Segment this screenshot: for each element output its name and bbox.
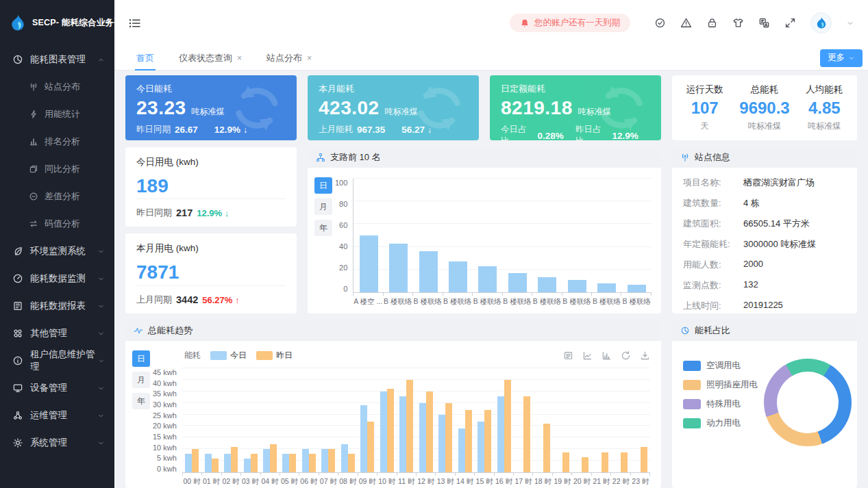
bar-group xyxy=(413,179,443,292)
legend-item[interactable]: 空调用电 xyxy=(683,360,758,372)
toggle-月[interactable]: 月 xyxy=(132,372,150,388)
sidebar-group-item[interactable]: 租户信息维护管理 xyxy=(0,347,114,374)
sidebar-sub-item[interactable]: 码值分析 xyxy=(0,210,114,237)
sidebar-group-item[interactable]: 其他管理 xyxy=(0,320,114,347)
toolbox-download-icon[interactable] xyxy=(640,350,650,361)
toggle-日[interactable]: 日 xyxy=(132,350,150,367)
lock-icon[interactable] xyxy=(706,17,718,29)
user-menu-chevron-icon[interactable] xyxy=(846,19,854,27)
user-avatar[interactable] xyxy=(810,12,832,34)
main-area: 您的账户还有一天到期 首页仪表状态查询×站点分布× 更多 今日能耗23.23吨标… xyxy=(114,0,868,488)
sidebar-sub-item[interactable]: 用能统计 xyxy=(0,101,114,128)
more-button[interactable]: 更多 xyxy=(820,49,863,67)
bar xyxy=(185,454,192,472)
legend-item[interactable]: 特殊用电 xyxy=(683,398,758,410)
energy-trend-panel: 总能耗趋势 日月年 能耗 今日昨日 xyxy=(125,320,661,488)
branch-top10-panel: 支路前 10 名 日月年 100806040200A 楼空 ...B 楼联络B … xyxy=(308,147,661,313)
legend-item[interactable]: 今日 xyxy=(210,350,247,361)
card-footer: 上月同期 3442 56.27% ↑ xyxy=(136,286,286,306)
percent-change: 12.9% ↓ xyxy=(197,208,229,218)
site-info-row: 建筑数量:4 栋 xyxy=(683,197,846,209)
warning-icon[interactable] xyxy=(680,17,692,29)
bar-group xyxy=(358,368,377,472)
bar-group xyxy=(611,368,630,472)
legend-item[interactable]: 动力用电 xyxy=(683,418,758,429)
sidebar-group-item[interactable]: 设备管理 xyxy=(0,374,114,402)
legend-label: 今日 xyxy=(230,350,247,361)
toggle-日[interactable]: 日 xyxy=(314,177,332,194)
bar-group xyxy=(592,179,621,292)
toggle-月[interactable]: 月 xyxy=(314,198,332,215)
tabs: 首页仪表状态查询×站点分布× xyxy=(124,46,324,70)
sidebar-group-item[interactable]: 能耗数据监测 xyxy=(0,265,114,292)
menu-collapse-icon[interactable] xyxy=(128,16,142,30)
sidebar-sub-label: 排名分析 xyxy=(45,136,80,148)
sidebar-group-item[interactable]: 能耗图表管理 xyxy=(0,46,114,73)
legend-label: 空调用电 xyxy=(706,360,741,372)
site-info-value: 3000000 吨标准煤 xyxy=(743,238,816,251)
bar xyxy=(445,403,452,472)
sidebar-group-item[interactable]: 系统管理 xyxy=(0,429,114,457)
sidebar-group-item[interactable]: 能耗数据报表 xyxy=(0,292,114,320)
toggle-年[interactable]: 年 xyxy=(132,393,150,409)
theme-check-icon[interactable] xyxy=(654,17,666,29)
site-info-row: 项目名称:栖霞湖滨财富广场 xyxy=(683,177,846,189)
sidebar-sub-item[interactable]: 同比分析 xyxy=(0,155,114,183)
close-tab-icon[interactable]: × xyxy=(237,53,242,63)
sidebar: SECP- 能耗综合业务平台 能耗图表管理站点分布用能统计排名分析同比分析差值分… xyxy=(0,0,114,488)
toolbox-barchart-icon[interactable] xyxy=(602,350,612,361)
kpi-foot-label: 昨日同期 xyxy=(136,124,171,136)
bar xyxy=(538,277,556,292)
legend-item[interactable]: 昨日 xyxy=(256,350,293,361)
legend-label: 动力用电 xyxy=(706,418,741,429)
minus-circle-icon xyxy=(29,192,38,201)
stat-label: 运行天数 xyxy=(686,84,723,96)
info-icon xyxy=(12,355,23,366)
toolbox-refresh-icon[interactable] xyxy=(621,350,631,361)
site-info-value: 66505.14 平方米 xyxy=(743,218,810,230)
bar-group xyxy=(631,368,650,472)
tab-仪表状态查询[interactable]: 仪表状态查询× xyxy=(166,46,254,70)
summary-stats-card: 运行天数107天总能耗9690.3吨标准煤人均能耗4.85吨标准煤 xyxy=(672,75,857,140)
site-info-row: 上线时间:20191225 xyxy=(683,300,846,312)
tab-首页[interactable]: 首页 xyxy=(124,46,166,70)
bar xyxy=(478,266,497,292)
bar xyxy=(426,391,433,472)
language-icon[interactable] xyxy=(758,17,770,29)
close-tab-icon[interactable]: × xyxy=(307,53,312,63)
bar-group xyxy=(416,368,435,472)
bar xyxy=(270,444,277,472)
footer-value: 217 xyxy=(176,207,193,218)
bar xyxy=(449,261,467,292)
fullscreen-icon[interactable] xyxy=(784,17,796,29)
bell-icon xyxy=(520,18,530,28)
account-expiry-notice[interactable]: 您的账户还有一天到期 xyxy=(510,14,630,32)
plot-area xyxy=(353,179,652,293)
toolbox-dataview-icon[interactable] xyxy=(563,350,573,361)
percent-change: 56.27% ↑ xyxy=(202,295,239,305)
toggle-年[interactable]: 年 xyxy=(314,220,332,236)
panel-title: 支路前 10 名 xyxy=(330,151,381,164)
sidebar-sub-item[interactable]: 站点分布 xyxy=(0,73,114,101)
sidebar-group-item[interactable]: 运维管理 xyxy=(0,402,114,429)
bar-group xyxy=(338,368,358,472)
skin-theme-icon[interactable] xyxy=(732,17,744,29)
stat-unit: 吨标准煤 xyxy=(808,120,841,132)
sidebar-group-label: 其他管理 xyxy=(30,327,67,339)
kpi-foot-label: 今日占比 xyxy=(501,124,533,140)
tab-label: 仪表状态查询 xyxy=(179,52,232,64)
tab-站点分布[interactable]: 站点分布× xyxy=(254,46,324,70)
bar xyxy=(224,454,231,472)
chevron-down-icon xyxy=(97,385,105,392)
sidebar-sub-item[interactable]: 排名分析 xyxy=(0,128,114,155)
bar-group xyxy=(377,368,397,472)
panel-header: 总能耗趋势 xyxy=(125,320,661,341)
panel-body: 日月年 能耗 今日昨日 xyxy=(125,341,661,488)
bar xyxy=(205,454,212,472)
donut-wrap xyxy=(758,359,857,488)
sidebar-group-item[interactable]: 环境监测系统 xyxy=(0,237,114,265)
bar xyxy=(309,454,316,472)
toolbox-linechart-icon[interactable] xyxy=(582,350,593,361)
sidebar-sub-item[interactable]: 差值分析 xyxy=(0,183,114,210)
legend-item[interactable]: 照明插座用电 xyxy=(683,379,758,391)
